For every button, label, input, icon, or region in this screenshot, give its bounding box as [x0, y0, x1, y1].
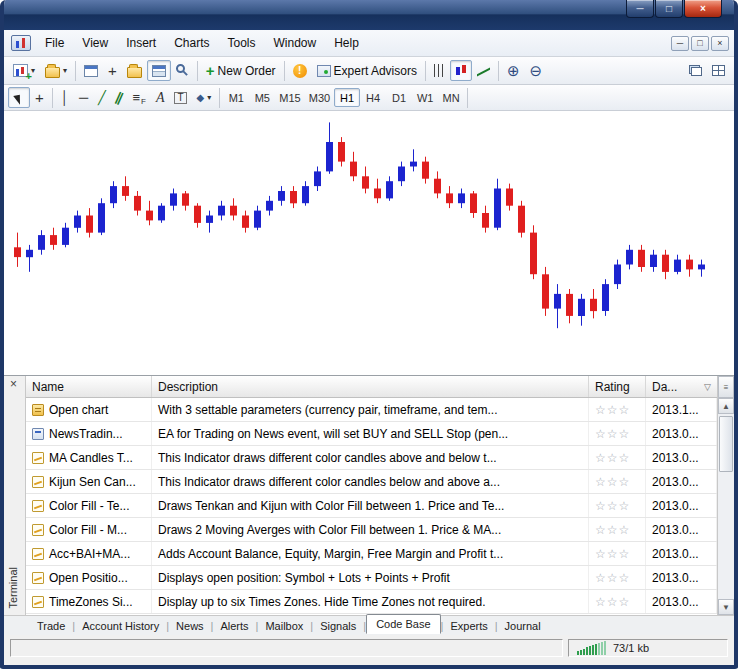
- column-header-date[interactable]: Da... ▽: [646, 376, 717, 397]
- codebase-name: NewsTradin...: [49, 427, 123, 441]
- titlebar[interactable]: ─ □ ×: [4, 0, 734, 30]
- new-chart-button[interactable]: ▾: [8, 60, 40, 81]
- metaeditor-button[interactable]: !: [288, 60, 312, 81]
- chart-close-button[interactable]: ×: [711, 36, 729, 51]
- candlestick-chart-button[interactable]: [450, 60, 472, 81]
- column-header-description[interactable]: Description: [152, 376, 589, 397]
- profiles-button[interactable]: ▾: [40, 60, 72, 81]
- navigator-button[interactable]: [122, 60, 147, 81]
- menu-charts[interactable]: Charts: [165, 32, 218, 54]
- tab-signals[interactable]: Signals: [313, 618, 363, 634]
- window-minimize-button[interactable]: ─: [626, 0, 654, 18]
- codebase-rating: ☆☆☆: [589, 470, 646, 493]
- tab-trade[interactable]: Trade: [30, 618, 72, 634]
- timeframe-h1[interactable]: H1: [334, 88, 360, 107]
- column-label: Name: [32, 380, 64, 394]
- timeframe-w1[interactable]: W1: [412, 88, 438, 107]
- scrollbar-thumb[interactable]: [719, 416, 733, 472]
- strategy-tester-button[interactable]: [171, 60, 194, 81]
- text-label-tool-button[interactable]: T: [169, 87, 191, 108]
- tab-code-base[interactable]: Code Base: [366, 614, 440, 634]
- window-close-button[interactable]: ×: [684, 0, 722, 18]
- column-header-name[interactable]: Name: [26, 376, 152, 397]
- line-chart-button[interactable]: [472, 60, 495, 81]
- new-order-button[interactable]: + New Order: [201, 60, 281, 81]
- codebase-date: 2013.0...: [646, 518, 717, 541]
- auto-scroll-button[interactable]: [684, 60, 707, 81]
- candle-body: [458, 193, 465, 203]
- fibonacci-tool-button[interactable]: ≡ F: [127, 87, 150, 108]
- tab-account-history[interactable]: Account History: [75, 618, 166, 634]
- candle-body: [626, 250, 633, 265]
- codebase-date: 2013.0...: [646, 542, 717, 565]
- menu-window[interactable]: Window: [265, 32, 326, 54]
- candle-body: [134, 196, 141, 211]
- zoom-out-button[interactable]: ⊖: [525, 60, 548, 81]
- timeframe-d1[interactable]: D1: [386, 88, 412, 107]
- candle-body: [506, 189, 513, 206]
- window-maximize-button[interactable]: □: [655, 0, 683, 18]
- timeframe-h4[interactable]: H4: [360, 88, 386, 107]
- candle-body: [470, 193, 477, 213]
- timeframe-m1[interactable]: M1: [223, 88, 249, 107]
- candlestick-chart[interactable]: [4, 111, 734, 375]
- menu-view[interactable]: View: [73, 32, 117, 54]
- tab-mailbox[interactable]: Mailbox: [258, 618, 310, 634]
- crosshair-tool-button[interactable]: +: [30, 87, 49, 108]
- navigator-folder-icon: [127, 67, 142, 78]
- codebase-table-header: Name Description Rating Da... ▽: [26, 376, 717, 398]
- codebase-row[interactable]: Color Fill - M...Draws 2 Moving Averges …: [26, 518, 717, 542]
- codebase-date: 2013.0...: [646, 446, 717, 469]
- candle-body: [410, 162, 417, 167]
- tab-experts[interactable]: Experts: [443, 618, 494, 634]
- scroll-up-button[interactable]: ▲: [718, 398, 734, 414]
- vertical-line-tool-button[interactable]: │: [56, 87, 74, 108]
- codebase-row[interactable]: NewsTradin...EA for Trading on News even…: [26, 422, 717, 446]
- text-tool-button[interactable]: A: [151, 87, 170, 108]
- menu-file[interactable]: File: [36, 32, 73, 54]
- menu-tools[interactable]: Tools: [219, 32, 265, 54]
- tab-journal[interactable]: Journal: [498, 618, 548, 634]
- menu-help[interactable]: Help: [325, 32, 368, 54]
- codebase-row[interactable]: Open chartWith 3 settable parameters (cu…: [26, 398, 717, 422]
- terminal-scrollbar[interactable]: ≡ ▲ ▼: [717, 376, 734, 615]
- codebase-name-cell: Color Fill - M...: [26, 518, 152, 541]
- market-watch-button[interactable]: [79, 60, 103, 81]
- scrollbar-track[interactable]: [718, 414, 734, 599]
- equidistant-channel-tool-button[interactable]: ∥: [111, 87, 128, 108]
- data-window-button[interactable]: +: [103, 60, 122, 81]
- timeframe-m30[interactable]: M30: [305, 88, 334, 107]
- timeframe-m5[interactable]: M5: [249, 88, 275, 107]
- rating-stars-icon: ☆☆☆: [595, 571, 630, 585]
- text-icon: A: [156, 91, 165, 105]
- chart-restore-button[interactable]: □: [691, 36, 709, 51]
- trendline-tool-button[interactable]: ╱: [93, 87, 111, 108]
- horizontal-line-tool-button[interactable]: ─: [74, 87, 93, 108]
- scroll-down-button[interactable]: ▼: [718, 599, 734, 615]
- timeframe-mn[interactable]: MN: [438, 88, 464, 107]
- chart-minimize-button[interactable]: ─: [671, 36, 689, 51]
- codebase-row[interactable]: Color Fill - Te...Draws Tenkan and Kijun…: [26, 494, 717, 518]
- codebase-description: Displays open position: Symbol + Lots + …: [152, 566, 589, 589]
- candle-body: [530, 233, 537, 275]
- scrollbar-menu-button[interactable]: ≡: [718, 376, 734, 398]
- arrows-tool-button[interactable]: ◆ ▾: [192, 87, 217, 108]
- expert-advisors-button[interactable]: Expert Advisors: [312, 60, 422, 81]
- codebase-row[interactable]: Open Positio...Displays open position: S…: [26, 566, 717, 590]
- cursor-tool-button[interactable]: [8, 87, 30, 108]
- menu-insert[interactable]: Insert: [117, 32, 165, 54]
- tab-news[interactable]: News: [169, 618, 211, 634]
- bar-chart-button[interactable]: [429, 60, 450, 81]
- ea-file-icon: [32, 428, 44, 440]
- zoom-in-button[interactable]: ⊕: [502, 60, 525, 81]
- terminal-panel-button[interactable]: [147, 60, 171, 81]
- terminal-close-button[interactable]: ×: [10, 377, 17, 391]
- column-header-rating[interactable]: Rating: [589, 376, 646, 397]
- codebase-row[interactable]: Acc+BAI+MA...Adds Account Balance, Equit…: [26, 542, 717, 566]
- timeframe-m15[interactable]: M15: [275, 88, 304, 107]
- chart-shift-button[interactable]: [707, 60, 730, 81]
- codebase-row[interactable]: TimeZones Si...Display up to six Times Z…: [26, 590, 717, 614]
- codebase-row[interactable]: Kijun Sen Can...This Indicator draws dif…: [26, 470, 717, 494]
- codebase-row[interactable]: MA Candles T...This Indicator draws diff…: [26, 446, 717, 470]
- tab-alerts[interactable]: Alerts: [213, 618, 255, 634]
